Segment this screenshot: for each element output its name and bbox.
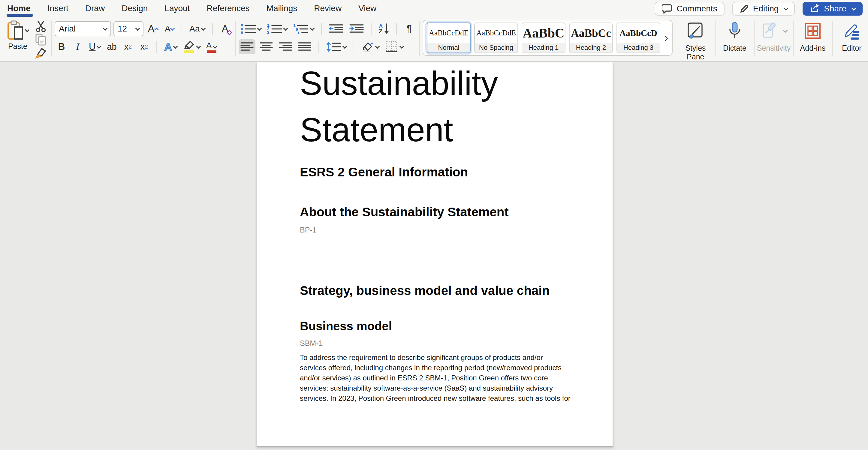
small-divider [212,23,213,35]
sort-az-icon: A Z [379,23,389,34]
align-left-button[interactable] [239,39,255,54]
justify-icon [298,42,311,52]
show-paragraph-marks-button[interactable]: ¶ [402,21,416,36]
chevron-down-icon [135,26,140,31]
bullet-list-button[interactable] [239,21,263,36]
numbered-list-button[interactable]: 1 2 3 [265,21,289,36]
copy-button[interactable] [34,34,48,45]
chevron-down-icon [196,44,201,49]
sort-button[interactable]: A Z [377,21,391,36]
format-painter-button[interactable] [34,47,48,59]
change-case-button[interactable]: Aa [188,21,207,36]
decrease-indent-button[interactable] [327,21,345,36]
line-spacing-icon [326,41,341,52]
tab-layout[interactable]: Layout [163,3,191,14]
title-bar: Home Insert Draw Design Layout Reference… [0,0,868,17]
increase-indent-button[interactable] [347,21,366,36]
align-right-button[interactable] [277,39,294,54]
shrink-font-button[interactable]: A [162,21,176,36]
multilevel-list-icon: 1 a i [293,23,309,34]
add-ins-button[interactable]: Add-ins [797,21,829,53]
body-paragraph[interactable]: To address the requirement to describe s… [300,353,579,404]
shading-button[interactable] [360,39,381,54]
bold-button[interactable]: B [55,39,68,54]
format-painter-brush-icon [34,47,47,59]
tab-home[interactable]: Home [6,3,32,14]
font-group: Arial 12 A A Aa A [55,21,232,55]
font-name-select[interactable]: Arial [55,21,111,36]
style-preview: AaBbCcDdE [475,23,518,43]
share-button[interactable]: Share [803,2,863,15]
caret-up-icon [154,27,159,32]
style-label: Normal [427,43,470,53]
superscript-button[interactable]: x2 [137,39,151,54]
borders-button[interactable] [383,39,405,54]
cut-button[interactable] [34,21,48,32]
strikethrough-button[interactable]: ab [105,39,119,54]
line-spacing-button[interactable] [324,39,348,54]
heading-about-the-sustainability-statement[interactable]: About the Sustainability Statement [300,205,579,219]
justify-button[interactable] [296,39,313,54]
more-styles-button[interactable]: › [664,32,669,44]
group-divider [676,21,676,56]
document-page[interactable]: Sustainability Statement ESRS 2 General … [257,62,613,447]
style-label: Heading 2 [570,43,612,53]
clipboard-small-buttons [34,21,48,59]
tab-insert[interactable]: Insert [46,3,70,14]
tab-draw[interactable]: Draw [84,3,106,14]
style-chip-no-spacing[interactable]: AaBbCcDdE No Spacing [474,23,518,53]
dictate-button[interactable]: Dictate [718,21,751,53]
style-chip-normal[interactable]: AaBbCcDdE Normal [427,23,471,53]
underline-button[interactable]: U [87,39,102,54]
small-divider [353,41,354,54]
small-divider [182,23,182,35]
heading-business-model[interactable]: Business model [300,319,579,333]
multilevel-list-button[interactable]: 1 a i [291,21,316,36]
styles-pane-button[interactable]: Styles Pane [679,21,712,61]
paste-label: Paste [8,42,27,51]
code-sbm-1[interactable]: SBM-1 [300,339,323,348]
small-divider [318,41,319,54]
menu-tab-bar: Home Insert Draw Design Layout Reference… [6,0,378,17]
heading-esrs-2-general-information[interactable]: ESRS 2 General Information [300,165,579,180]
chevron-down-icon [783,28,787,33]
tab-mailings[interactable]: Mailings [265,3,299,14]
chevron-down-icon [342,44,347,49]
align-center-button[interactable] [258,39,275,54]
editing-label: Editing [753,4,779,13]
subscript-button[interactable]: x2 [121,39,135,54]
text-effects-button[interactable]: A [162,39,179,54]
style-chip-heading-1[interactable]: AaBbC Heading 1 [522,23,565,53]
style-chip-heading-2[interactable]: AaBbCc Heading 2 [569,23,613,53]
font-color-button[interactable]: A [205,39,219,54]
tab-design[interactable]: Design [120,3,149,14]
code-bp-1[interactable]: BP-1 [300,226,317,234]
font-size-select[interactable]: 12 [114,21,144,36]
comments-button[interactable]: Comments [655,2,724,15]
sort-z-glyph: Z [379,29,383,34]
comment-bubble-icon [662,4,673,13]
dictate-label: Dictate [723,44,746,53]
chevron-down-icon [213,44,218,49]
group-divider [235,21,236,56]
tab-references[interactable]: References [205,3,251,14]
editor-button[interactable]: Editor [836,21,868,53]
document-title[interactable]: Sustainability Statement [300,60,579,153]
chevron-down-icon [399,44,404,49]
tab-view[interactable]: View [357,3,378,14]
borders-icon [385,41,398,53]
highlight-button[interactable] [181,39,202,54]
highlighter-icon [183,41,195,51]
tab-review[interactable]: Review [313,3,343,14]
caret-down-icon [170,26,175,31]
paste-button[interactable]: Paste [5,21,31,59]
paste-menu-chevron-icon[interactable] [25,27,29,32]
grow-font-button[interactable]: A [146,21,160,36]
heading-strategy-business-model[interactable]: Strategy, business model and value chain [300,284,579,298]
clipboard-group: Paste [5,17,48,59]
italic-button[interactable]: I [71,39,85,54]
clear-formatting-button[interactable]: A [218,21,232,36]
editing-mode-button[interactable]: Editing [732,2,795,15]
style-chip-heading-3[interactable]: AaBbCcD Heading 3 [617,23,660,53]
style-preview: AaBbCcDdE [427,23,470,43]
